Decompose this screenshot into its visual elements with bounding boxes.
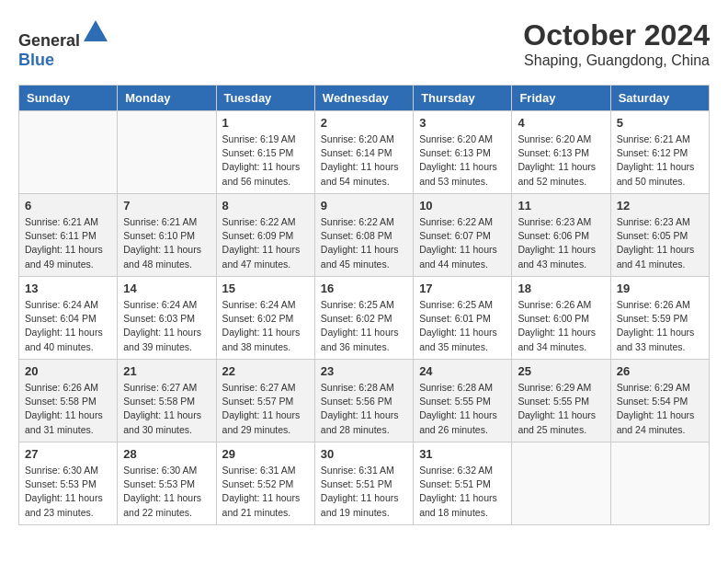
sunset: Sunset: 6:06 PM xyxy=(518,230,589,241)
sunset: Sunset: 6:02 PM xyxy=(222,313,294,324)
table-row: 11Sunrise: 6:23 AMSunset: 6:06 PMDayligh… xyxy=(512,194,610,277)
day-info: Sunrise: 6:29 AMSunset: 5:55 PMDaylight:… xyxy=(518,381,604,437)
day-number: 20 xyxy=(25,364,111,378)
daylight: Daylight: 11 hours and 23 minutes. xyxy=(25,492,103,517)
table-row: 23Sunrise: 6:28 AMSunset: 5:56 PMDayligh… xyxy=(314,360,413,442)
table-row: 17Sunrise: 6:25 AMSunset: 6:01 PMDayligh… xyxy=(414,277,512,360)
sunset: Sunset: 5:54 PM xyxy=(617,396,688,407)
day-info: Sunrise: 6:26 AMSunset: 5:58 PMDaylight:… xyxy=(25,381,111,437)
sunrise: Sunrise: 6:21 AM xyxy=(25,216,98,227)
day-info: Sunrise: 6:23 AMSunset: 6:06 PMDaylight:… xyxy=(518,215,604,271)
day-info: Sunrise: 6:29 AMSunset: 5:54 PMDaylight:… xyxy=(617,381,703,437)
day-number: 25 xyxy=(518,364,604,378)
sunset: Sunset: 5:55 PM xyxy=(419,396,491,407)
sunrise: Sunrise: 6:21 AM xyxy=(123,216,197,227)
sunrise: Sunrise: 6:23 AM xyxy=(518,216,591,227)
table-row: 16Sunrise: 6:25 AMSunset: 6:02 PMDayligh… xyxy=(314,277,413,360)
table-row: 20Sunrise: 6:26 AMSunset: 5:58 PMDayligh… xyxy=(19,360,118,442)
calendar-week-row: 1Sunrise: 6:19 AMSunset: 6:15 PMDaylight… xyxy=(19,111,710,194)
day-info: Sunrise: 6:24 AMSunset: 6:02 PMDaylight:… xyxy=(222,298,309,354)
day-number: 9 xyxy=(321,199,407,213)
table-row xyxy=(118,111,216,194)
day-number: 21 xyxy=(123,364,210,378)
sunrise: Sunrise: 6:29 AM xyxy=(518,382,591,393)
day-info: Sunrise: 6:25 AMSunset: 6:02 PMDaylight:… xyxy=(321,298,407,354)
day-info: Sunrise: 6:27 AMSunset: 5:57 PMDaylight:… xyxy=(222,381,309,437)
sunset: Sunset: 5:53 PM xyxy=(123,478,195,489)
day-info: Sunrise: 6:31 AMSunset: 5:52 PMDaylight:… xyxy=(222,464,309,520)
daylight: Daylight: 11 hours and 26 minutes. xyxy=(419,409,497,434)
day-info: Sunrise: 6:26 AMSunset: 5:59 PMDaylight:… xyxy=(617,298,703,354)
day-number: 14 xyxy=(123,282,210,295)
day-number: 3 xyxy=(419,116,506,130)
logo-blue: Blue xyxy=(18,51,54,69)
sunrise: Sunrise: 6:22 AM xyxy=(321,216,394,227)
table-row: 7Sunrise: 6:21 AMSunset: 6:10 PMDaylight… xyxy=(118,194,216,277)
calendar-week-row: 27Sunrise: 6:30 AMSunset: 5:53 PMDayligh… xyxy=(19,442,710,525)
sunset: Sunset: 5:59 PM xyxy=(617,313,688,324)
day-number: 10 xyxy=(419,199,506,213)
day-number: 22 xyxy=(222,364,309,378)
calendar-header-row: Sunday Monday Tuesday Wednesday Thursday… xyxy=(19,86,710,111)
day-info: Sunrise: 6:21 AMSunset: 6:10 PMDaylight:… xyxy=(123,215,210,271)
table-row: 18Sunrise: 6:26 AMSunset: 6:00 PMDayligh… xyxy=(512,277,610,360)
sunrise: Sunrise: 6:31 AM xyxy=(222,465,296,476)
col-friday: Friday xyxy=(512,86,610,111)
daylight: Daylight: 11 hours and 31 minutes. xyxy=(25,409,103,434)
daylight: Daylight: 11 hours and 54 minutes. xyxy=(321,161,399,186)
col-sunday: Sunday xyxy=(19,86,118,111)
sunrise: Sunrise: 6:24 AM xyxy=(123,299,197,310)
day-number: 13 xyxy=(25,282,111,295)
day-number: 27 xyxy=(25,447,111,461)
table-row xyxy=(19,111,118,194)
sunset: Sunset: 6:14 PM xyxy=(321,147,392,158)
day-info: Sunrise: 6:21 AMSunset: 6:11 PMDaylight:… xyxy=(25,215,111,271)
day-info: Sunrise: 6:32 AMSunset: 5:51 PMDaylight:… xyxy=(419,464,506,520)
sunset: Sunset: 6:01 PM xyxy=(419,313,491,324)
day-info: Sunrise: 6:23 AMSunset: 6:05 PMDaylight:… xyxy=(617,215,703,271)
day-number: 11 xyxy=(518,199,604,213)
sunset: Sunset: 6:12 PM xyxy=(617,147,688,158)
table-row: 29Sunrise: 6:31 AMSunset: 5:52 PMDayligh… xyxy=(216,442,314,525)
table-row: 2Sunrise: 6:20 AMSunset: 6:14 PMDaylight… xyxy=(314,111,413,194)
daylight: Daylight: 11 hours and 36 minutes. xyxy=(321,327,399,351)
table-row: 4Sunrise: 6:20 AMSunset: 6:13 PMDaylight… xyxy=(512,111,610,194)
sunset: Sunset: 6:02 PM xyxy=(321,313,392,324)
sunrise: Sunrise: 6:22 AM xyxy=(419,216,493,227)
day-info: Sunrise: 6:31 AMSunset: 5:51 PMDaylight:… xyxy=(321,464,407,520)
calendar-table: Sunday Monday Tuesday Wednesday Thursday… xyxy=(18,85,710,525)
col-wednesday: Wednesday xyxy=(314,86,413,111)
day-info: Sunrise: 6:19 AMSunset: 6:15 PMDaylight:… xyxy=(222,132,309,189)
sunset: Sunset: 5:56 PM xyxy=(321,396,392,407)
table-row: 15Sunrise: 6:24 AMSunset: 6:02 PMDayligh… xyxy=(216,277,314,360)
sunrise: Sunrise: 6:23 AM xyxy=(617,216,690,227)
table-row: 19Sunrise: 6:26 AMSunset: 5:59 PMDayligh… xyxy=(610,277,709,360)
daylight: Daylight: 11 hours and 30 minutes. xyxy=(123,409,201,434)
daylight: Daylight: 11 hours and 44 minutes. xyxy=(419,244,497,269)
sunset: Sunset: 6:05 PM xyxy=(617,230,688,241)
sunset: Sunset: 6:08 PM xyxy=(321,230,392,241)
sunrise: Sunrise: 6:24 AM xyxy=(25,299,98,310)
day-info: Sunrise: 6:21 AMSunset: 6:12 PMDaylight:… xyxy=(617,132,703,189)
sunrise: Sunrise: 6:26 AM xyxy=(25,382,98,393)
col-saturday: Saturday xyxy=(610,86,709,111)
day-number: 6 xyxy=(25,199,111,213)
sunrise: Sunrise: 6:27 AM xyxy=(222,382,296,393)
daylight: Daylight: 11 hours and 41 minutes. xyxy=(617,244,695,269)
daylight: Daylight: 11 hours and 29 minutes. xyxy=(222,409,301,434)
day-info: Sunrise: 6:22 AMSunset: 6:07 PMDaylight:… xyxy=(419,215,506,271)
table-row: 14Sunrise: 6:24 AMSunset: 6:03 PMDayligh… xyxy=(118,277,216,360)
day-number: 28 xyxy=(123,447,210,461)
logo-icon xyxy=(82,18,109,46)
sunrise: Sunrise: 6:27 AM xyxy=(123,382,197,393)
calendar-week-row: 20Sunrise: 6:26 AMSunset: 5:58 PMDayligh… xyxy=(19,360,710,442)
day-info: Sunrise: 6:30 AMSunset: 5:53 PMDaylight:… xyxy=(25,464,111,520)
sunset: Sunset: 5:51 PM xyxy=(321,478,392,489)
day-number: 17 xyxy=(419,282,506,295)
sunset: Sunset: 6:00 PM xyxy=(518,313,589,324)
table-row: 21Sunrise: 6:27 AMSunset: 5:58 PMDayligh… xyxy=(118,360,216,442)
day-number: 7 xyxy=(123,199,210,213)
table-row: 13Sunrise: 6:24 AMSunset: 6:04 PMDayligh… xyxy=(19,277,118,360)
daylight: Daylight: 11 hours and 35 minutes. xyxy=(419,327,497,351)
daylight: Daylight: 11 hours and 50 minutes. xyxy=(617,161,695,186)
